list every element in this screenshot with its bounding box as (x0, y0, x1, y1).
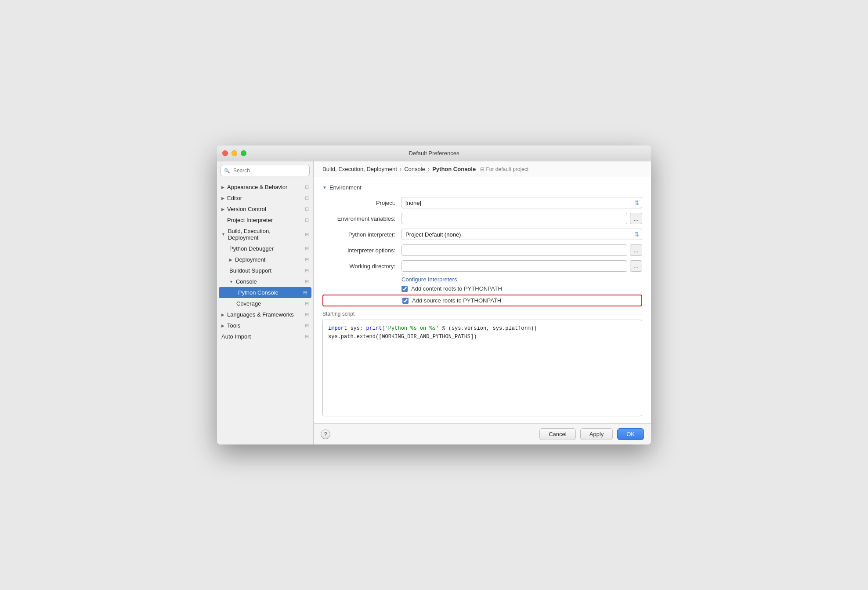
code-editor[interactable]: import sys; print('Python %s on %s' % (s… (322, 320, 642, 416)
main-content-area: 🔍 ▶ Appearance & Behavior ⊟ ▶ Editor ⊟ (217, 161, 651, 444)
arrow-icon: ▶ (221, 313, 224, 317)
sidebar-item-python-debugger[interactable]: Python Debugger ⊟ (217, 243, 313, 254)
code-keyword-print: print (366, 325, 382, 331)
project-control-wrap: [none] ⇅ (401, 197, 642, 208)
checkbox-source-roots[interactable] (402, 298, 409, 304)
interpreter-options-browse-button[interactable]: ... (630, 244, 642, 256)
traffic-lights (222, 150, 246, 156)
maximize-button[interactable] (241, 150, 246, 156)
arrow-icon: ▼ (229, 280, 233, 284)
python-interpreter-row: Python interpreter: Project Default (non… (322, 229, 642, 240)
minimize-button[interactable] (231, 150, 237, 156)
arrow-icon: ▶ (221, 324, 224, 328)
code-text-1: sys; (347, 325, 366, 331)
sidebar-item-label: Auto Import (221, 333, 251, 340)
sidebar-item-python-console[interactable]: Python Console ⊟ (219, 287, 311, 298)
cancel-button[interactable]: Cancel (539, 428, 575, 440)
breadcrumb-part-3: Python Console (432, 166, 476, 172)
working-directory-label: Working directory: (322, 263, 401, 270)
sidebar-item-label: Project Interpreter (227, 217, 273, 223)
working-directory-input[interactable] (401, 260, 627, 272)
sidebar-item-label: Editor (227, 195, 242, 201)
sidebar-item-console[interactable]: ▼ Console ⊟ (217, 276, 313, 287)
sidebar-item-coverage[interactable]: Coverage ⊟ (217, 298, 313, 309)
copy-icon: ⊟ (305, 246, 309, 251)
checkbox-content-roots[interactable] (401, 286, 408, 292)
arrow-icon: ▼ (221, 232, 225, 237)
project-label: Project: (322, 200, 401, 206)
code-line-1: import sys; print('Python %s on %s' % (s… (328, 324, 637, 333)
copy-icon: ⊟ (305, 217, 309, 223)
project-select[interactable]: [none] (401, 197, 642, 208)
configure-interpreters-wrap: Configure Interpreters (322, 276, 642, 283)
sidebar-item-label: Buildout Support (229, 267, 271, 274)
python-interpreter-select[interactable]: Project Default (none) (401, 229, 642, 240)
configure-interpreters-link[interactable]: Configure Interpreters (401, 276, 457, 283)
sidebar-item-languages-frameworks[interactable]: ▶ Languages & Frameworks ⊟ (217, 309, 313, 320)
env-vars-input[interactable] (401, 213, 627, 224)
breadcrumb: Build, Execution, Deployment › Console ›… (314, 161, 651, 177)
sidebar-item-label: Python Debugger (229, 245, 274, 252)
search-input[interactable] (221, 165, 310, 176)
working-directory-browse-button[interactable]: ... (630, 260, 642, 272)
python-interpreter-label: Python interpreter: (322, 231, 401, 238)
interpreter-options-control-wrap: ... (401, 244, 642, 256)
copy-icon: ⊟ (305, 206, 309, 212)
breadcrumb-separator-2: › (428, 166, 430, 172)
checkbox-content-roots-label: Add content roots to PYTHONPATH (411, 285, 502, 292)
working-directory-control-wrap: ... (401, 260, 642, 272)
python-interpreter-select-wrap: Project Default (none) ⇅ (401, 229, 642, 240)
copy-icon: ⊟ (305, 312, 309, 317)
copy-icon: ⊟ (305, 323, 309, 328)
window-title: Default Preferences (409, 150, 459, 157)
env-vars-control-wrap: ... (401, 213, 642, 224)
copy-icon: ⊟ (305, 301, 309, 306)
sidebar-item-project-interpreter[interactable]: ▶ Project Interpreter ⊟ (217, 215, 313, 226)
sidebar-item-deployment[interactable]: ▶ Deployment ⊟ (217, 254, 313, 265)
sidebar-item-label: Console (236, 278, 257, 285)
copy-icon: ⊟ (303, 290, 307, 295)
breadcrumb-part-1: Build, Execution, Deployment (322, 166, 397, 172)
code-text-2: % (sys.version, sys.platform)) (439, 325, 537, 331)
sidebar-item-version-control[interactable]: ▶ Version Control ⊟ (217, 204, 313, 215)
sidebar-item-buildout-support[interactable]: Buildout Support ⊟ (217, 265, 313, 276)
titlebar: Default Preferences (217, 146, 651, 161)
checkbox-source-roots-row-highlighted: Add source roots to PYTHONPATH (322, 295, 642, 306)
interpreter-options-label: Interpreter options: (322, 247, 401, 254)
arrow-icon: ▶ (229, 258, 232, 262)
copy-icon: ⊟ (305, 257, 309, 262)
sidebar-item-auto-import[interactable]: Auto Import ⊟ (217, 331, 313, 342)
working-directory-row: Working directory: ... (322, 260, 642, 272)
close-button[interactable] (222, 150, 228, 156)
arrow-icon: ▶ (221, 196, 224, 200)
project-row: Project: [none] ⇅ (322, 197, 642, 208)
sidebar-item-label: Python Console (238, 289, 278, 296)
sidebar-item-label: Deployment (235, 256, 265, 263)
interpreter-options-input[interactable] (401, 244, 627, 256)
environment-section-header: ▼ Environment (322, 184, 642, 191)
apply-button[interactable]: Apply (580, 428, 613, 440)
breadcrumb-part-2: Console (404, 166, 425, 172)
copy-icon: ⊟ (305, 232, 309, 237)
python-interpreter-control-wrap: Project Default (none) ⇅ (401, 229, 642, 240)
code-line-2: sys.path.extend([WORKING_DIR_AND_PYTHON_… (328, 333, 637, 341)
sidebar-item-tools[interactable]: ▶ Tools ⊟ (217, 320, 313, 331)
ok-button[interactable]: OK (617, 428, 644, 440)
sidebar-item-appearance[interactable]: ▶ Appearance & Behavior ⊟ (217, 182, 313, 193)
preferences-window: Default Preferences 🔍 ▶ Appearance & Beh… (217, 146, 651, 444)
search-box[interactable]: 🔍 (221, 165, 310, 176)
arrow-icon: ▶ (221, 207, 224, 211)
main-panel: Build, Execution, Deployment › Console ›… (314, 161, 651, 444)
interpreter-options-row: Interpreter options: ... (322, 244, 642, 256)
copy-icon: ⊟ (305, 279, 309, 284)
checkbox-source-roots-label: Add source roots to PYTHONPATH (412, 297, 501, 304)
sidebar-item-build-execution[interactable]: ▼ Build, Execution, Deployment ⊟ (217, 226, 313, 243)
collapse-icon[interactable]: ▼ (322, 185, 327, 190)
help-button[interactable]: ? (321, 430, 330, 439)
search-icon: 🔍 (224, 168, 230, 174)
copy-icon: ⊟ (305, 334, 309, 339)
sidebar: 🔍 ▶ Appearance & Behavior ⊟ ▶ Editor ⊟ (217, 161, 314, 444)
env-vars-browse-button[interactable]: ... (630, 213, 642, 224)
footer-left: ? (321, 430, 330, 439)
sidebar-item-editor[interactable]: ▶ Editor ⊟ (217, 193, 313, 204)
